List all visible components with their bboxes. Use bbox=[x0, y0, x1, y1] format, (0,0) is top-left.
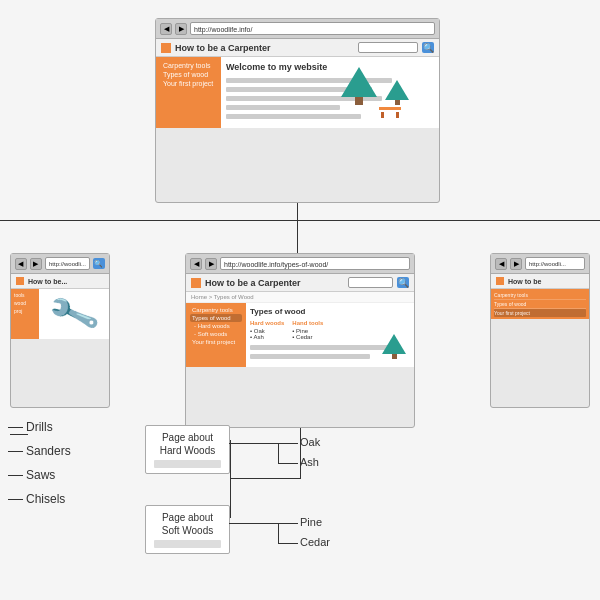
hard-woods-col: Hard woods • Oak • Ash bbox=[250, 320, 284, 340]
mid-browser-toolbar: ◀ ▶ http://woodlife.info/types-of-wood/ bbox=[186, 254, 414, 274]
hand-tools-heading: Hand tools bbox=[292, 320, 323, 326]
mid-address-bar[interactable]: http://woodlife.info/types-of-wood/ bbox=[220, 257, 410, 270]
sanders-item: Sanders bbox=[8, 444, 71, 458]
tree-trunk-small bbox=[395, 100, 400, 105]
top-browser-content: How to be a Carpenter 🔍 Carpentry tools … bbox=[156, 39, 439, 128]
hard-up-connector bbox=[230, 440, 231, 478]
tree-trunk-big bbox=[355, 97, 363, 105]
mid-tree-top bbox=[382, 334, 406, 354]
right-forward-btn[interactable]: ▶ bbox=[510, 258, 522, 270]
mid-search-btn[interactable]: 🔍 bbox=[397, 277, 409, 288]
mid-nav-types[interactable]: Types of wood bbox=[190, 314, 242, 322]
top-site-nav: Carpentry tools Types of wood Your first… bbox=[156, 57, 221, 128]
left-forward-btn[interactable]: ▶ bbox=[30, 258, 42, 270]
hard-woods-card-label: Page aboutHard Woods bbox=[160, 432, 215, 456]
bench bbox=[379, 107, 401, 118]
mid-page-heading: Types of wood bbox=[250, 307, 410, 316]
pine-cedar-v bbox=[278, 523, 279, 543]
soft-woods-card: Page aboutSoft Woods bbox=[145, 505, 230, 554]
right-nav-1: Carpentry tools bbox=[494, 291, 586, 300]
mid-back-btn[interactable]: ◀ bbox=[190, 258, 202, 270]
saws-label: Saws bbox=[26, 468, 55, 482]
right-address-bar[interactable]: http://woodli... bbox=[525, 257, 585, 270]
top-search-btn[interactable]: 🔍 bbox=[422, 42, 434, 53]
hard-woods-heading: Hard woods bbox=[250, 320, 284, 326]
hard-woods-card-line1 bbox=[154, 460, 221, 468]
back-btn[interactable]: ◀ bbox=[160, 23, 172, 35]
mid-brand-icon bbox=[191, 278, 201, 288]
mid-nav-soft[interactable]: - Soft woods bbox=[190, 330, 242, 338]
hand-tools-col: Hand tools • Pine • Cedar bbox=[292, 320, 323, 340]
left-browser-toolbar: ◀ ▶ http://woodli... 🔍 bbox=[11, 254, 109, 274]
mid-search-input[interactable] bbox=[348, 277, 393, 288]
mid-nav-carpentry[interactable]: Carpentry tools bbox=[190, 306, 242, 314]
mid-site-nav: Carpentry tools Types of wood - Hard woo… bbox=[186, 303, 246, 367]
left-search-btn[interactable]: 🔍 bbox=[93, 258, 105, 269]
soft-woods-card-label: Page aboutSoft Woods bbox=[162, 512, 214, 536]
top-browser-body: Carpentry tools Types of wood Your first… bbox=[156, 57, 439, 128]
oak-ash-v bbox=[278, 443, 279, 463]
hard-to-leaves-h bbox=[229, 443, 279, 444]
nav-carpentry-tools[interactable]: Carpentry tools bbox=[161, 61, 216, 70]
top-browser-toolbar: ◀ ▶ http://woodlife.info/ bbox=[156, 19, 439, 39]
brand-icon bbox=[161, 43, 171, 53]
right-back-btn[interactable]: ◀ bbox=[495, 258, 507, 270]
right-browser-body: Carpentry tools Types of wood Your first… bbox=[491, 289, 589, 319]
right-site-nav: Carpentry tools Types of wood Your first… bbox=[491, 289, 589, 319]
soft-woods-card-line1 bbox=[154, 540, 221, 548]
left-address-bar[interactable]: http://woodli... bbox=[45, 257, 90, 270]
ht-cedar: • Cedar bbox=[292, 334, 323, 340]
drills-item: Drills bbox=[8, 420, 71, 434]
left-items: Drills Sanders Saws Chisels bbox=[8, 420, 71, 506]
oak-connector bbox=[278, 443, 298, 444]
connector-top-mid bbox=[297, 203, 298, 253]
top-browser-title: How to be a Carpenter bbox=[175, 43, 354, 53]
pine-connector bbox=[278, 523, 298, 524]
right-nav-3: Your first project bbox=[494, 309, 586, 317]
mid-browser-body: Carpentry tools Types of wood - Hard woo… bbox=[186, 303, 414, 367]
mid-browser: ◀ ▶ http://woodlife.info/types-of-wood/ … bbox=[185, 253, 415, 428]
right-browser: ◀ ▶ http://woodli... How to be Carpentry… bbox=[490, 253, 590, 408]
content-line-5 bbox=[226, 114, 361, 119]
drill-icon: 🔧 bbox=[46, 287, 103, 339]
right-browser-header: How to be bbox=[491, 274, 589, 289]
right-browser-content: How to be Carpentry tools Types of wood … bbox=[491, 274, 589, 319]
oak-label: Oak bbox=[300, 436, 320, 448]
nav-types-of-wood[interactable]: Types of wood bbox=[161, 70, 216, 79]
mid-nav-project[interactable]: Your first project bbox=[190, 338, 242, 346]
cedar-label: Cedar bbox=[300, 536, 330, 548]
mid-site-content: Types of wood Hard woods • Oak • Ash Han… bbox=[246, 303, 414, 367]
left-brand-icon bbox=[16, 277, 24, 285]
chisels-connector bbox=[8, 499, 23, 500]
drills-label: Drills bbox=[26, 420, 53, 434]
nav-first-project[interactable]: Your first project bbox=[161, 79, 216, 88]
tree-group bbox=[341, 67, 409, 105]
top-browser-header: How to be a Carpenter 🔍 bbox=[156, 39, 439, 57]
left-browser-body: tools wood proj 🔧 bbox=[11, 289, 109, 339]
left-nav-3: proj bbox=[14, 307, 36, 315]
ash-label: Ash bbox=[300, 456, 319, 468]
left-browser-header: How to be... bbox=[11, 274, 109, 289]
right-browser-title: How to be bbox=[508, 278, 584, 285]
left-browser-content: How to be... tools wood proj 🔧 bbox=[11, 274, 109, 339]
mid-forward-btn[interactable]: ▶ bbox=[205, 258, 217, 270]
top-search-input[interactable] bbox=[358, 42, 418, 53]
left-back-btn[interactable]: ◀ bbox=[15, 258, 27, 270]
mid-browser-content: How to be a Carpenter 🔍 Home > Types of … bbox=[186, 274, 414, 367]
mid-tree-trunk bbox=[392, 354, 397, 359]
mid-nav-hard[interactable]: - Hard woods bbox=[190, 322, 242, 330]
top-address-bar[interactable]: http://woodlife.info/ bbox=[190, 22, 435, 35]
hw-ash: • Ash bbox=[250, 334, 284, 340]
forward-btn[interactable]: ▶ bbox=[175, 23, 187, 35]
saws-item: Saws bbox=[8, 468, 71, 482]
mid-browser-title: How to be a Carpenter bbox=[205, 278, 344, 288]
section-divider bbox=[0, 220, 600, 221]
content-line-4 bbox=[226, 105, 340, 110]
right-browser-toolbar: ◀ ▶ http://woodli... bbox=[491, 254, 589, 274]
cedar-connector bbox=[278, 543, 298, 544]
sanders-label: Sanders bbox=[26, 444, 71, 458]
left-nav-2: wood bbox=[14, 299, 36, 307]
hard-woods-card: Page aboutHard Woods bbox=[145, 425, 230, 474]
mid-tree bbox=[382, 334, 406, 359]
left-site-nav: tools wood proj bbox=[11, 289, 39, 339]
